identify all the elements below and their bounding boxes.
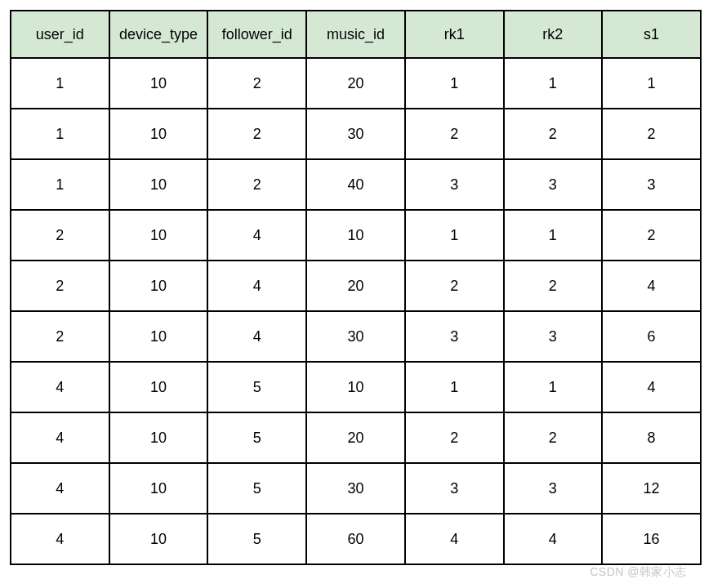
table-row: 210430336 [11,311,701,362]
table-row: 210420224 [11,261,701,311]
table-cell: 2 [602,210,701,261]
header-device-type: device_type [109,11,208,58]
table-cell: 4 [207,311,306,362]
header-music-id: music_id [306,11,405,58]
table-cell: 2 [504,412,603,463]
table-cell: 2 [207,159,306,210]
table-cell: 30 [306,109,405,159]
table-cell: 2 [11,210,109,261]
table-row: 4105604416 [11,514,701,564]
table-cell: 1 [405,58,504,109]
table-cell: 4 [11,463,109,514]
table-body: 1102201111102302221102403332104101122104… [11,58,701,564]
table-cell: 6 [602,311,701,362]
table-cell: 3 [602,159,701,210]
table-cell: 1 [405,362,504,412]
table-header-row: user_id device_type follower_id music_id… [11,11,701,58]
table-cell: 30 [306,311,405,362]
table-cell: 10 [306,362,405,412]
table-row: 410510114 [11,362,701,412]
table-cell: 10 [109,311,208,362]
table-cell: 20 [306,58,405,109]
table-cell: 1 [504,362,603,412]
table-cell: 10 [109,210,208,261]
table-row: 110220111 [11,58,701,109]
table-cell: 3 [405,311,504,362]
table-cell: 4 [11,362,109,412]
table-cell: 2 [405,261,504,311]
table-cell: 4 [405,514,504,564]
table-cell: 2 [405,109,504,159]
table-cell: 3 [405,159,504,210]
table-cell: 2 [207,109,306,159]
table-cell: 2 [602,109,701,159]
table-cell: 1 [405,210,504,261]
table-cell: 2 [11,261,109,311]
table-cell: 10 [109,463,208,514]
table-cell: 20 [306,412,405,463]
table-cell: 10 [109,412,208,463]
header-s1: s1 [602,11,701,58]
table-cell: 3 [504,463,603,514]
table-cell: 1 [11,159,109,210]
table-cell: 10 [109,261,208,311]
table-cell: 5 [207,412,306,463]
table-cell: 8 [602,412,701,463]
table-cell: 4 [504,514,603,564]
header-rk1: rk1 [405,11,504,58]
table-cell: 4 [602,261,701,311]
table-cell: 1 [602,58,701,109]
table-cell: 5 [207,514,306,564]
watermark: CSDN @韩家小志 [590,565,687,580]
table-cell: 5 [207,463,306,514]
header-rk2: rk2 [504,11,603,58]
table-cell: 10 [109,362,208,412]
table-cell: 16 [602,514,701,564]
table-cell: 2 [504,109,603,159]
table-cell: 12 [602,463,701,514]
table-cell: 1 [11,58,109,109]
table-cell: 40 [306,159,405,210]
table-row: 4105303312 [11,463,701,514]
table-cell: 4 [11,514,109,564]
table-cell: 10 [306,210,405,261]
table-cell: 10 [109,159,208,210]
table-cell: 4 [207,261,306,311]
table-cell: 3 [504,159,603,210]
table-row: 210410112 [11,210,701,261]
table-cell: 3 [405,463,504,514]
header-follower-id: follower_id [207,11,306,58]
table-cell: 60 [306,514,405,564]
table-cell: 30 [306,463,405,514]
table-cell: 10 [109,58,208,109]
table-row: 410520228 [11,412,701,463]
table-cell: 3 [504,311,603,362]
table-cell: 2 [405,412,504,463]
table-row: 110240333 [11,159,701,210]
header-user-id: user_id [11,11,109,58]
table-cell: 2 [207,58,306,109]
table-cell: 5 [207,362,306,412]
table-cell: 4 [207,210,306,261]
table-cell: 2 [11,311,109,362]
table-row: 110230222 [11,109,701,159]
table-cell: 1 [504,58,603,109]
table-cell: 10 [109,514,208,564]
table-cell: 20 [306,261,405,311]
data-table: user_id device_type follower_id music_id… [10,10,702,565]
table-cell: 4 [602,362,701,412]
table-cell: 1 [11,109,109,159]
table-cell: 2 [504,261,603,311]
table-cell: 1 [504,210,603,261]
table-cell: 10 [109,109,208,159]
table-cell: 4 [11,412,109,463]
